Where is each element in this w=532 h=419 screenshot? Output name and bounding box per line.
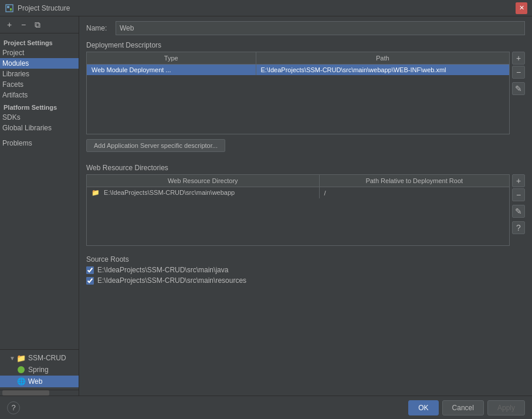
app-icon [5,4,14,13]
help-button[interactable]: ? [7,401,20,414]
source-root-path-0: E:\IdeaProjects\SSM-CRUD\src\main\java [97,266,228,274]
name-label: Name: [86,24,116,32]
sidebar-toolbar: + − ⧉ [0,16,79,33]
tree-item-web[interactable]: 🌐 Web [0,376,79,387]
ok-button[interactable]: OK [408,400,438,415]
bottom-right: OK Cancel Apply [408,400,525,415]
web-resource-section: Web Resource Directory Path Relative to … [86,174,525,246]
name-input[interactable] [116,21,525,35]
add-button[interactable]: + [4,19,15,31]
svg-rect-2 [10,8,12,11]
deployment-table: Type Path Web Module Deployment ... E:\I… [86,52,510,134]
project-settings-header: Project Settings [0,36,79,48]
table-row[interactable]: 📁 E:\IdeaProjects\SSM-CRUD\src\main\weba… [87,187,509,199]
web-dir-cell: 📁 E:\IdeaProjects\SSM-CRUD\src\main\weba… [87,187,319,199]
edit-deployment-btn[interactable]: ✎ [512,82,525,95]
web-resource-table: Web Resource Directory Path Relative to … [86,174,510,246]
sidebar-item-global-libraries[interactable]: Global Libraries [0,123,79,133]
artifacts-label: Artifacts [2,91,28,99]
deployment-descriptors-section: Type Path Web Module Deployment ... E:\I… [86,52,525,134]
deployment-descriptors-title: Deployment Descriptors [86,41,525,49]
sidebar-item-artifacts[interactable]: Artifacts [0,90,79,100]
add-web-resource-btn[interactable]: + [512,174,525,187]
sidebar-item-libraries[interactable]: Libraries [0,69,79,79]
copy-button[interactable]: ⧉ [32,19,43,31]
source-root-checkbox-1[interactable] [86,277,94,285]
global-libraries-label: Global Libraries [2,124,52,132]
source-root-row-1: E:\IdeaProjects\SSM-CRUD\src\main\resour… [86,276,525,285]
module-folder-icon: 📁 [16,353,26,363]
bottom-left: ? [7,401,408,414]
svg-rect-1 [7,6,9,8]
remove-web-resource-btn[interactable]: − [512,188,525,201]
source-root-path-1: E:\IdeaProjects\SSM-CRUD\src\main\resour… [97,276,246,285]
cancel-button[interactable]: Cancel [442,400,484,415]
bottom-bar: ? OK Cancel Apply [0,396,532,419]
content-area: Name: Deployment Descriptors Type Path W… [79,16,532,396]
sidebar: + − ⧉ Project Settings Project Modules L… [0,16,79,396]
spring-icon [16,365,26,374]
facets-label: Facets [2,80,23,89]
help-web-resource-btn[interactable]: ? [512,221,525,234]
sidebar-item-modules[interactable]: Modules [0,58,79,69]
apply-button[interactable]: Apply [487,400,525,415]
rel-path-column-header: Path Relative to Deployment Root [319,175,509,187]
source-root-row-0: E:\IdeaProjects\SSM-CRUD\src\main\java [86,266,525,274]
sidebar-item-facets[interactable]: Facets [0,79,79,90]
directory-icon: 📁 [92,189,100,196]
chevron-icon: ▼ [9,355,15,361]
web-icon: 🌐 [16,377,26,386]
add-deployment-btn[interactable]: + [512,52,525,65]
table-row-empty [87,198,509,245]
tree-item-spring[interactable]: Spring [0,364,79,376]
libraries-label: Libraries [2,70,29,78]
web-dir-column-header: Web Resource Directory [87,175,319,187]
tree-item-ssm-crud[interactable]: ▼ 📁 SSM-CRUD [0,352,79,364]
edit-web-resource-btn[interactable]: ✎ [512,205,525,218]
table-row[interactable]: Web Module Deployment ... E:\IdeaProject… [87,65,509,76]
type-column-header: Type [87,52,256,65]
path-cell: E:\IdeaProjects\SSM-CRUD\src\main\webapp… [256,65,509,76]
web-dir-path: E:\IdeaProjects\SSM-CRUD\src\main\webapp [104,189,235,196]
path-column-header: Path [256,52,509,65]
ssm-crud-label: SSM-CRUD [28,354,66,362]
source-root-checkbox-0[interactable] [86,266,94,274]
remove-button[interactable]: − [18,19,29,31]
close-button[interactable]: ✕ [516,2,527,14]
problems-label: Problems [2,139,32,147]
window-title: Project Structure [18,4,516,12]
source-roots-section: Source Roots E:\IdeaProjects\SSM-CRUD\sr… [86,255,525,287]
type-cell: Web Module Deployment ... [87,65,256,76]
sidebar-item-sdks[interactable]: SDKs [0,112,79,123]
rel-path-cell: / [319,187,509,199]
modules-label: Modules [2,59,29,67]
title-bar: Project Structure ✕ [0,0,532,16]
web-resource-title: Web Resource Directories [86,164,525,172]
sidebar-item-problems[interactable]: Problems [0,138,79,148]
spring-label: Spring [28,366,49,374]
add-descriptor-button[interactable]: Add Application Server specific descript… [86,139,225,152]
sdks-label: SDKs [2,113,21,121]
name-row: Name: [86,21,525,35]
table-row-empty [87,75,509,134]
tree-area: Project Settings Project Modules Librari… [0,33,79,349]
deployment-side-buttons: + − ✎ [512,52,525,134]
platform-settings-header: Platform Settings [0,100,79,112]
sidebar-item-project[interactable]: Project [0,48,79,58]
web-resource-side-buttons: + − ✎ ? [512,174,525,246]
source-roots-title: Source Roots [86,255,525,263]
web-label: Web [28,377,42,386]
sidebar-scrollbar[interactable] [0,390,79,396]
project-label: Project [2,49,24,57]
remove-deployment-btn[interactable]: − [512,66,525,79]
